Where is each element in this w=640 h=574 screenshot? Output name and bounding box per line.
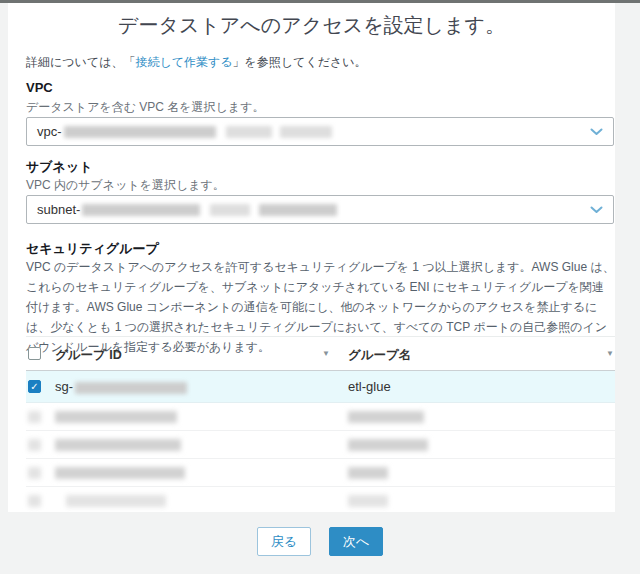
- intro-text: 詳細については、「接続して作業する」を参照してください。: [26, 54, 367, 71]
- page-title: データストアへのアクセスを設定します。: [8, 12, 615, 39]
- wizard-screen: データストアへのアクセスを設定します。 詳細については、「接続して作業する」を参…: [0, 0, 640, 574]
- redacted-text: [259, 204, 337, 216]
- intro-prefix: 詳細については、「: [26, 55, 135, 69]
- redacted-text: [226, 126, 272, 138]
- intro-suffix: 」を参照してください。: [233, 55, 367, 69]
- redacted-text: [55, 439, 181, 451]
- subnet-select[interactable]: subnet-: [26, 195, 614, 224]
- redacted-text: [348, 439, 428, 451]
- table-row[interactable]: [26, 459, 615, 487]
- table-row[interactable]: [26, 431, 615, 459]
- chevron-down-icon: [590, 128, 603, 136]
- column-header-group-id[interactable]: グループ ID: [55, 347, 122, 364]
- sort-caret-icon[interactable]: ▼: [322, 349, 330, 358]
- redacted-text: [210, 204, 250, 216]
- redacted-checkbox: [28, 467, 41, 479]
- redacted-text: [348, 467, 388, 479]
- vpc-description: データストアを含む VPC 名を選択します。: [26, 99, 264, 116]
- vpc-select[interactable]: vpc-: [26, 117, 614, 146]
- subnet-label: サブネット: [26, 158, 93, 176]
- redacted-text: [280, 126, 332, 138]
- docs-link[interactable]: 接続して作業する: [135, 55, 232, 69]
- group-name-cell: etl-glue: [348, 379, 391, 394]
- table-row[interactable]: [26, 403, 615, 431]
- column-header-group-name[interactable]: グループ名: [348, 347, 411, 364]
- sort-caret-icon[interactable]: ▼: [606, 349, 614, 358]
- next-button[interactable]: 次へ: [329, 527, 383, 556]
- redacted-text: [66, 495, 166, 507]
- table-header: グループ ID ▼ グループ名 ▼: [26, 336, 615, 371]
- security-group-table: グループ ID ▼ グループ名 ▼ ✓ sg- etl-glue: [26, 336, 615, 515]
- redacted-text: [64, 126, 216, 138]
- redacted-text: [82, 204, 200, 216]
- redacted-text: [55, 411, 177, 423]
- group-id-prefix: sg-: [55, 379, 73, 394]
- wizard-footer: 戻る 次へ: [0, 512, 640, 574]
- table-row[interactable]: [26, 487, 615, 515]
- back-button[interactable]: 戻る: [257, 527, 311, 556]
- redacted-text: [348, 411, 424, 423]
- subnet-select-value: subnet-: [37, 202, 337, 217]
- redacted-checkbox: [28, 411, 41, 423]
- redacted-checkbox: [28, 495, 41, 507]
- subnet-value-prefix: subnet-: [37, 202, 80, 217]
- redacted-text: [75, 382, 187, 394]
- chevron-down-icon: [590, 206, 603, 214]
- table-row-selected[interactable]: ✓ sg- etl-glue: [26, 371, 615, 403]
- check-icon: ✓: [30, 381, 38, 392]
- subnet-description: VPC 内のサブネットを選択します。: [26, 177, 225, 194]
- redacted-text: [55, 467, 185, 479]
- vpc-label: VPC: [26, 80, 53, 95]
- group-id-cell: sg-: [55, 379, 187, 394]
- vpc-select-value: vpc-: [37, 124, 332, 139]
- content-panel: データストアへのアクセスを設定します。 詳細については、「接続して作業する」を参…: [8, 3, 615, 512]
- select-all-checkbox[interactable]: [28, 347, 41, 360]
- vpc-value-prefix: vpc-: [37, 124, 62, 139]
- row-checkbox-checked[interactable]: ✓: [28, 380, 41, 393]
- redacted-checkbox: [28, 439, 41, 451]
- security-group-label: セキュリティグループ: [26, 240, 159, 258]
- redacted-text: [348, 495, 388, 507]
